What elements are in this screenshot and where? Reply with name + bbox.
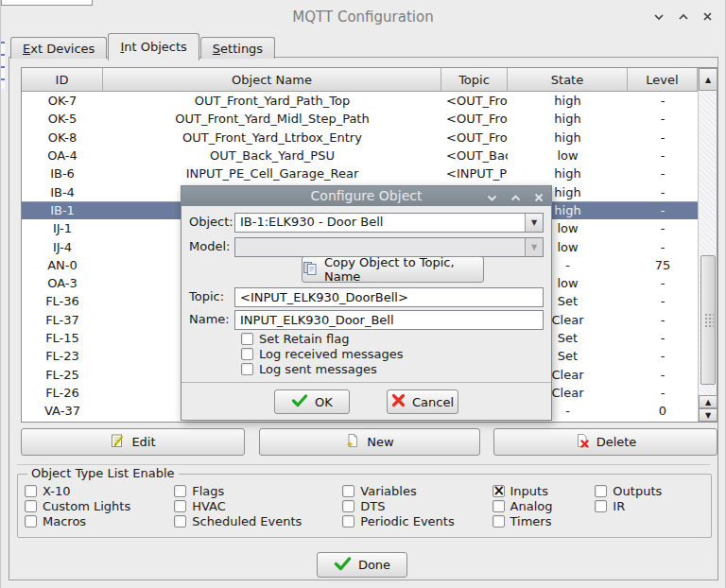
checkbox-label: Inputs: [510, 484, 548, 498]
cell-object-name: OUT_Front_Yard_Path_Top: [103, 94, 441, 108]
checkbox-checked-icon[interactable]: [493, 485, 505, 497]
table-scrollbar[interactable]: ▲ ▲ ▼: [698, 68, 717, 422]
name-input[interactable]: [234, 310, 544, 330]
object-type-list-enable-group: Object Type List Enable X-10Custom Light…: [17, 474, 712, 538]
checkbox-log-sent-messages[interactable]: Log sent messages: [241, 361, 403, 376]
cell-id: FL-15: [22, 331, 103, 345]
delete-document-icon: [575, 433, 590, 451]
cell-level: -: [628, 185, 698, 199]
checkbox-log-received-messages[interactable]: Log received messages: [241, 346, 403, 361]
checkbox-unchecked-icon[interactable]: [25, 500, 37, 512]
delete-button[interactable]: Delete: [493, 428, 717, 456]
checkbox-unchecked-icon[interactable]: [595, 485, 607, 497]
checkbox-unchecked-icon[interactable]: [241, 348, 253, 360]
object-type-column: VariablesDTSPeriodic Events: [342, 483, 492, 528]
cell-id: OK-5: [22, 112, 103, 126]
checkbox-unchecked-icon[interactable]: [342, 500, 354, 512]
cell-level: -: [628, 166, 698, 181]
checkbox-unchecked-icon[interactable]: [493, 500, 505, 512]
object-type-column: X-10Custom LightsMacros: [25, 483, 174, 528]
checkbox-unchecked-icon[interactable]: [595, 500, 607, 512]
dialog-close-icon[interactable]: [534, 191, 544, 205]
checkbox-macros[interactable]: Macros: [25, 513, 174, 528]
scroll-up-icon[interactable]: ▲: [699, 395, 717, 408]
checkbox-unchecked-icon[interactable]: [241, 333, 253, 345]
column-header-level[interactable]: Level: [628, 68, 698, 92]
copy-object-button[interactable]: Copy Object to Topic, Name: [302, 256, 484, 283]
table-row[interactable]: OA-4 OUT_Back_Yard_PSU <OUT_Back low -: [22, 147, 698, 164]
checkbox-label: X-10: [43, 484, 71, 498]
checkbox-unchecked-icon[interactable]: [174, 485, 186, 497]
column-header-state[interactable]: State: [508, 68, 628, 92]
scroll-down-icon[interactable]: ▼: [699, 408, 717, 422]
close-icon[interactable]: [701, 10, 714, 23]
checkbox-hvac[interactable]: HVAC: [174, 498, 342, 513]
checkbox-outputs[interactable]: Outputs: [595, 483, 707, 498]
separator: [17, 464, 710, 465]
cancel-button[interactable]: Cancel: [387, 389, 458, 414]
object-combobox[interactable]: IB-1:ELK930 - Door Bell ▼: [234, 213, 544, 233]
new-button[interactable]: New: [259, 428, 480, 456]
checkbox-unchecked-icon[interactable]: [342, 485, 354, 497]
dialog-minimize-icon[interactable]: [487, 191, 497, 205]
checkbox-timers[interactable]: Timers: [493, 513, 596, 528]
model-combobox-value: [235, 238, 525, 256]
checkbox-x-10[interactable]: X-10: [25, 483, 174, 498]
checkbox-flags[interactable]: Flags: [174, 483, 342, 498]
scrollbar-track[interactable]: [700, 91, 716, 395]
cell-id: VA-37: [22, 404, 103, 418]
checkbox-dts[interactable]: DTS: [342, 498, 492, 513]
table-row[interactable]: OK-5 OUT_Front_Yard_Midl_Step_Path <OUT_…: [22, 110, 698, 128]
tab-ext-devices[interactable]: Ext Devices: [10, 37, 107, 59]
scroll-up-icon[interactable]: ▲: [699, 68, 717, 91]
background-edge-fragment: [1, 42, 5, 89]
checkbox-variables[interactable]: Variables: [342, 483, 492, 498]
checkbox-unchecked-icon[interactable]: [493, 515, 505, 527]
cell-level: -: [628, 331, 698, 345]
topic-input[interactable]: [234, 287, 544, 307]
dialog-maximize-icon[interactable]: [510, 191, 521, 205]
scrollbar-thumb[interactable]: [700, 255, 716, 385]
checkbox-unchecked-icon[interactable]: [174, 515, 186, 527]
checkbox-label: Outputs: [613, 484, 662, 498]
column-header-topic[interactable]: Topic: [441, 68, 508, 92]
tab-int-objects[interactable]: Int Objects: [108, 33, 199, 61]
cell-level: -: [628, 112, 698, 126]
checkbox-unchecked-icon[interactable]: [174, 500, 186, 512]
checkbox-custom-lights[interactable]: Custom Lights: [25, 498, 174, 513]
tab-bar: Ext Devices Int Objects Settings: [10, 32, 276, 59]
checkbox-label: IR: [613, 499, 625, 513]
column-header-name[interactable]: Object Name: [103, 68, 441, 92]
cell-level: -: [628, 368, 698, 382]
table-row[interactable]: OK-8 OUT_Front_Yard_Ltrbox_Entry <OUT_Fr…: [22, 129, 698, 147]
model-combobox[interactable]: ▼: [234, 237, 544, 257]
table-row[interactable]: IB-6 INPUT_PE_Cell_Garage_Rear <INPUT_PE…: [22, 164, 698, 182]
checkbox-unchecked-icon[interactable]: [241, 363, 253, 375]
checkbox-label: HVAC: [192, 499, 226, 513]
checkbox-unchecked-icon[interactable]: [25, 485, 37, 497]
cell-id: FL-23: [22, 349, 103, 363]
done-button[interactable]: Done: [317, 552, 407, 578]
checkbox-ir[interactable]: IR: [595, 498, 707, 513]
object-type-column: OutputsIR: [595, 483, 707, 528]
checkbox-set-retain-flag[interactable]: Set Retain flag: [241, 331, 403, 346]
topic-label: Topic:: [189, 289, 234, 303]
chevron-down-icon[interactable]: ▼: [525, 214, 543, 232]
tab-settings[interactable]: Settings: [200, 37, 275, 59]
checkbox-inputs[interactable]: Inputs: [493, 483, 596, 498]
copy-icon: [302, 261, 318, 279]
edit-button[interactable]: Edit: [21, 428, 245, 456]
checkbox-unchecked-icon[interactable]: [25, 515, 37, 527]
maximize-icon[interactable]: [677, 10, 689, 23]
checkbox-unchecked-icon[interactable]: [342, 515, 354, 527]
dialog-checkboxes: Set Retain flagLog received messagesLog …: [241, 331, 403, 376]
checkbox-label: Scheduled Events: [192, 514, 302, 528]
checkbox-periodic-events[interactable]: Periodic Events: [342, 513, 492, 528]
ok-button[interactable]: OK: [274, 389, 350, 414]
cell-id: AN-0: [22, 258, 103, 272]
column-header-id[interactable]: ID: [22, 68, 103, 92]
minimize-icon[interactable]: [652, 10, 665, 23]
checkbox-analog[interactable]: Analog: [493, 498, 596, 513]
checkbox-scheduled-events[interactable]: Scheduled Events: [174, 513, 342, 528]
table-row[interactable]: OK-7 OUT_Front_Yard_Path_Top <OUT_Fron h…: [22, 92, 698, 110]
